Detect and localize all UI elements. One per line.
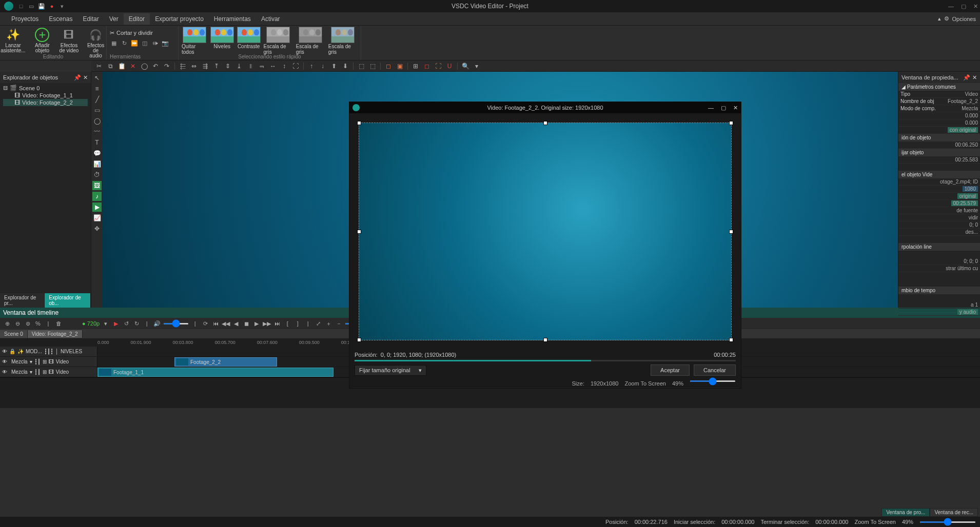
tb-align-left-icon[interactable]: ⬱ — [178, 62, 187, 71]
prop-section-common[interactable]: ◢ Parámetros comunes — [898, 83, 980, 91]
chevron-down-icon[interactable]: ▾ — [30, 369, 32, 375]
tb-align-h-icon[interactable]: ⇔ — [189, 62, 199, 71]
tb-group-icon[interactable]: ⬚ — [357, 62, 366, 71]
vt-tooltip-icon[interactable]: 💬 — [92, 149, 102, 158]
prop-section[interactable]: ión de objeto — [898, 134, 980, 141]
menu-activar[interactable]: Activar — [256, 13, 285, 25]
resolution-dropdown[interactable]: ● 720p — [82, 320, 100, 327]
vt-move-icon[interactable]: ✥ — [92, 224, 102, 233]
tb-dist-h-icon[interactable]: ⫴ — [246, 62, 255, 71]
prop-section[interactable]: mbio de tempo — [898, 287, 980, 294]
tl-step-back-icon[interactable]: ◀ — [232, 319, 240, 328]
tool-stabilize-icon[interactable]: 📷 — [161, 39, 169, 47]
tb-safe-icon[interactable]: ◻ — [422, 62, 432, 71]
style-grayscale-3[interactable]: Escala de gris — [328, 27, 358, 55]
panel-close-icon[interactable]: ✕ — [83, 74, 88, 81]
clip-footage-1[interactable]: Footage_1_1 — [97, 368, 334, 377]
tree-scene[interactable]: ⊟ 🎬 Scene 0 — [3, 84, 88, 92]
vt-line-icon[interactable]: ╱ — [92, 95, 102, 104]
pin-icon[interactable]: 📌 — [74, 74, 81, 81]
style-remove-all[interactable]: Quitar todos — [182, 27, 207, 55]
accept-button[interactable]: Aceptar — [651, 364, 690, 376]
resize-handle-nw[interactable] — [357, 121, 361, 125]
tl-mark-out-icon[interactable]: ] — [293, 319, 302, 328]
vt-ellipse-icon[interactable]: ◯ — [92, 116, 102, 126]
bottom-tab-properties[interactable]: Ventana de pro... — [881, 508, 930, 517]
crumb-scene[interactable]: Scene 0 — [0, 330, 28, 338]
style-grayscale-2[interactable]: Escala de gris — [296, 27, 325, 55]
tb-zoom-dd-icon[interactable]: ▾ — [472, 62, 481, 71]
size-mode-dropdown[interactable]: Fijar tamaño original ▾ — [355, 365, 426, 376]
close-icon[interactable]: ✕ — [973, 3, 978, 10]
tl-play2-icon[interactable]: ▶ — [252, 319, 261, 328]
style-levels[interactable]: Niveles — [210, 27, 234, 55]
wizard-button[interactable]: ✨Lanzar asistente... — [0, 27, 27, 59]
prop-section[interactable]: ijar objeto — [898, 149, 980, 156]
pin-icon[interactable]: 📌 — [963, 74, 970, 81]
volume-slider[interactable] — [163, 323, 189, 325]
vt-text-icon[interactable]: T — [92, 138, 102, 147]
tl-rotate-r-icon[interactable]: ↻ — [132, 319, 141, 328]
tool-volume-icon[interactable]: 🕪 — [151, 39, 159, 47]
vt-chart-icon[interactable]: 📊 — [92, 159, 102, 169]
eye-icon[interactable]: 👁 — [2, 349, 7, 354]
prop-section[interactable]: rpolación line — [898, 243, 980, 251]
resize-handle-n[interactable] — [543, 121, 547, 125]
tl-dd-icon[interactable]: ▾ — [102, 319, 110, 328]
tl-zoom-in-icon[interactable]: ＋ — [324, 319, 332, 328]
qat-dropdown-icon[interactable]: ▾ — [58, 3, 66, 10]
style-contrast[interactable]: Contraste — [237, 27, 261, 55]
audio-effects-button[interactable]: 🎧Efectos de audio — [84, 27, 107, 59]
dialog-minimize-icon[interactable]: — — [708, 105, 714, 111]
menu-editor[interactable]: Editor — [124, 13, 150, 25]
vt-audio-icon[interactable]: ♪ — [92, 192, 102, 201]
tl-prev-icon[interactable]: ◀◀ — [222, 319, 230, 328]
tree-item-video2[interactable]: 🎞 Video: Footage_2_2 — [3, 99, 88, 106]
tl-rotate-l-icon[interactable]: ↺ — [122, 319, 130, 328]
qat-save-icon[interactable]: 💾 — [38, 3, 45, 10]
status-zoom-slider[interactable] — [919, 521, 976, 523]
tl-step-fwd-icon[interactable]: ▶▶ — [263, 319, 271, 328]
chevron-down-icon[interactable]: ▾ — [30, 359, 32, 364]
tb-dist-v-icon[interactable]: ⫬ — [257, 62, 266, 71]
tb-crop-icon[interactable]: ⛶ — [434, 62, 443, 71]
tl-vol-icon[interactable]: 🔊 — [153, 319, 161, 328]
vt-rows-icon[interactable]: ≡ — [92, 84, 102, 93]
tb-align-v-icon[interactable]: ⇕ — [223, 62, 232, 71]
resize-handle-se[interactable] — [729, 338, 733, 342]
qat-new-icon[interactable]: □ — [17, 3, 25, 10]
tb-redo-icon[interactable]: ↷ — [162, 62, 171, 71]
tb-same-w-icon[interactable]: ↔ — [268, 62, 278, 71]
eye-icon[interactable]: 👁 — [2, 359, 7, 364]
tl-del-icon[interactable]: 🗑 — [54, 319, 63, 328]
vt-image-icon[interactable]: 🖼 — [92, 181, 102, 190]
menu-herramientas[interactable]: Herramientas — [209, 13, 256, 25]
eye-icon[interactable]: 👁 — [2, 369, 7, 375]
resize-handle-s[interactable] — [543, 338, 547, 342]
tool-crop-icon[interactable]: ▦ — [110, 39, 118, 47]
tb-grid-icon[interactable]: ⊞ — [411, 62, 420, 71]
tl-remove-icon[interactable]: ⊖ — [13, 319, 22, 328]
resize-handle-e[interactable] — [729, 230, 733, 234]
dialog-close-icon[interactable]: ✕ — [733, 105, 738, 111]
menu-ver[interactable]: Ver — [104, 13, 124, 25]
tl-zoom-out-icon[interactable]: － — [335, 319, 343, 328]
tab-object-explorer[interactable]: Explorador de ob... — [45, 293, 91, 308]
resize-handle-ne[interactable] — [729, 121, 733, 125]
tool-rotate-icon[interactable]: ↻ — [120, 39, 128, 47]
tl-fit-icon[interactable]: ⤢ — [314, 319, 322, 328]
vt-video-icon[interactable]: ▶ — [92, 202, 102, 212]
tool-speed-icon[interactable]: ⏩ — [130, 39, 139, 47]
tb-align-right-icon[interactable]: ⇶ — [201, 62, 210, 71]
bottom-tab-resources[interactable]: Ventana de rec... — [930, 508, 978, 517]
waveform-icon[interactable]: ┇┃┇ — [44, 349, 53, 354]
qat-open-icon[interactable]: ▭ — [28, 3, 35, 10]
tb-copy-icon[interactable]: ⧉ — [106, 62, 115, 71]
waveform-icon[interactable]: ┇┃ — [34, 359, 41, 364]
menu-proyectos[interactable]: Proyectos — [6, 13, 44, 25]
vt-chart2-icon[interactable]: 📈 — [92, 213, 102, 222]
dialog-preview-area[interactable] — [349, 113, 741, 350]
vt-free-icon[interactable]: 〰 — [92, 127, 102, 136]
dialog-titlebar[interactable]: Video: Footage_2_2. Original size: 1920x… — [349, 102, 741, 113]
tb-up-icon[interactable]: ↑ — [307, 62, 316, 71]
